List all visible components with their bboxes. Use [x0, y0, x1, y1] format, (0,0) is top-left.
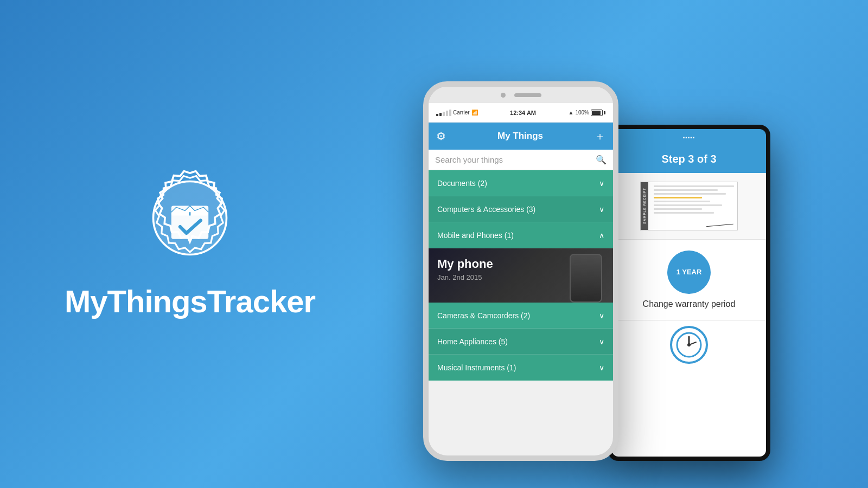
battery-icon: [591, 110, 605, 116]
left-panel: MyThingsTracker: [0, 0, 380, 488]
category-name-instruments: Musical Instruments (1): [437, 363, 516, 372]
iphone-mockup: Carrier 📶 12:34 AM ▲ 100% ⚙ My Things ＋: [423, 81, 618, 461]
category-row-computers[interactable]: Computers & Accessories (3) ∨: [429, 196, 613, 222]
category-row-appliances[interactable]: Home Appliances (5) ∨: [429, 329, 613, 355]
power-button: [617, 163, 618, 190]
receipt-signature: [705, 214, 733, 227]
clock-section: [612, 320, 766, 369]
app-toolbar: ⚙ My Things ＋: [429, 123, 613, 150]
category-row-documents[interactable]: Documents (2) ∨: [429, 170, 613, 196]
search-icon: 🔍: [596, 155, 607, 165]
svg-rect-1: [171, 212, 208, 239]
category-row-mobile[interactable]: Mobile and Phones (1) ∧: [429, 222, 613, 248]
warranty-badge: 1 YEAR: [667, 251, 711, 294]
battery-info: ▲ 100%: [569, 110, 605, 116]
item-content: My phone Jan. 2nd 2015: [429, 248, 613, 290]
android-status-text: ▪▪▪▪▪: [683, 134, 695, 140]
category-list: Documents (2) ∨ Computers & Accessories …: [429, 170, 613, 455]
receipt-section: SAMPLE RECEIPT: [612, 173, 766, 240]
earpiece: [514, 93, 541, 97]
search-bar[interactable]: Search your things 🔍: [429, 150, 613, 170]
android-mockup: ▪▪▪▪▪ Step 3 of 3 SAMPLE RECEIPT: [608, 125, 770, 461]
chevron-down-icon-cameras: ∨: [599, 311, 604, 320]
receipt-image: SAMPLE RECEIPT: [640, 182, 738, 230]
chevron-down-icon-computers: ∨: [599, 205, 604, 214]
category-row-instruments[interactable]: Musical Instruments (1) ∨: [429, 355, 613, 381]
add-icon[interactable]: ＋: [595, 129, 605, 144]
svg-point-7: [687, 343, 691, 346]
category-row-cameras[interactable]: Cameras & Camcorders (2) ∨: [429, 303, 613, 329]
android-content: Step 3 of 3 SAMPLE RECEIPT: [612, 145, 766, 457]
item-title: My phone: [437, 257, 604, 271]
carrier-info: Carrier 📶: [436, 110, 478, 116]
step-header: Step 3 of 3: [612, 145, 766, 173]
chevron-up-icon-mobile: ∧: [599, 231, 604, 240]
signal-dots: [436, 110, 451, 116]
wifi-icon: 📶: [471, 110, 478, 115]
warranty-label: Change warranty period: [643, 299, 736, 309]
gps-icon: ▲: [569, 110, 574, 115]
app-name: MyThingsTracker: [65, 283, 315, 319]
volume-button: [423, 152, 424, 168]
status-bar: Carrier 📶 12:34 AM ▲ 100%: [429, 103, 613, 123]
chevron-down-icon-instruments: ∨: [599, 363, 604, 372]
category-name-appliances: Home Appliances (5): [437, 337, 508, 346]
carrier-text: Carrier: [453, 110, 470, 115]
category-name-cameras: Cameras & Camcorders (2): [437, 311, 530, 320]
receipt-content: [650, 182, 737, 217]
front-camera: [501, 93, 506, 98]
clock-dial: [670, 326, 708, 364]
chevron-down-icon-documents: ∨: [599, 179, 604, 188]
status-time: 12:34 AM: [510, 110, 536, 116]
item-date: Jan. 2nd 2015: [437, 273, 604, 281]
warranty-section: 1 YEAR Change warranty period: [612, 240, 766, 320]
right-panel: Carrier 📶 12:34 AM ▲ 100% ⚙ My Things ＋: [326, 0, 868, 488]
category-name-documents: Documents (2): [437, 179, 487, 188]
category-name-computers: Computers & Accessories (3): [437, 205, 535, 214]
app-logo: [141, 169, 239, 267]
app-bar-title: My Things: [497, 131, 543, 142]
expanded-item-phone[interactable]: My phone Jan. 2nd 2015: [429, 248, 613, 303]
settings-icon[interactable]: ⚙: [436, 130, 446, 143]
search-placeholder: Search your things: [435, 155, 591, 164]
battery-percent: 100%: [575, 110, 589, 115]
receipt-label: SAMPLE RECEIPT: [641, 182, 648, 230]
android-status-bar: ▪▪▪▪▪: [612, 129, 766, 145]
category-name-mobile: Mobile and Phones (1): [437, 231, 514, 240]
chevron-down-icon-appliances: ∨: [599, 337, 604, 346]
iphone-hardware-top: [429, 87, 613, 103]
